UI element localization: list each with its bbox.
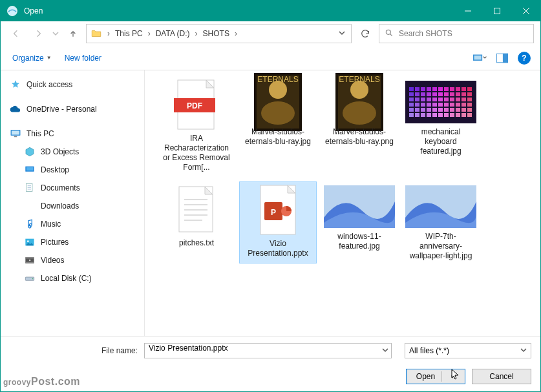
sidebar-label: Videos xyxy=(41,256,64,265)
file-name: Vizio Presentation.pptx xyxy=(242,239,313,258)
svg-rect-77 xyxy=(427,103,431,107)
svg-rect-89 xyxy=(432,108,437,112)
file-item[interactable]: PVizio Presentation.pptx xyxy=(239,181,317,263)
new-folder-button[interactable]: New folder xyxy=(61,51,105,65)
search-icon xyxy=(385,28,394,39)
desktop-icon xyxy=(24,164,36,176)
svg-rect-50 xyxy=(461,87,466,91)
svg-rect-91 xyxy=(444,108,449,112)
svg-rect-86 xyxy=(415,108,419,112)
sidebar-item-downloads[interactable]: Downloads xyxy=(1,197,144,215)
file-item[interactable]: pitches.txt xyxy=(158,181,235,263)
breadcrumb-dropdown[interactable] xyxy=(335,29,348,38)
file-name: pitches.txt xyxy=(179,238,214,248)
recent-locations-button[interactable] xyxy=(51,25,60,43)
refresh-button[interactable] xyxy=(355,25,375,43)
sidebar-item-quick-access[interactable]: Quick access xyxy=(1,76,144,94)
svg-rect-75 xyxy=(415,103,419,107)
chevron-down-icon xyxy=(520,346,527,355)
file-item[interactable]: windows-11-featured.jpg xyxy=(321,181,398,263)
svg-text:ETERNALS: ETERNALS xyxy=(339,75,379,84)
file-item[interactable]: ETERNALSMarvel-studios-eternals-blu-ray.… xyxy=(239,77,317,175)
sidebar-item-documents[interactable]: Documents xyxy=(1,179,144,197)
search-input[interactable] xyxy=(399,29,528,38)
file-item[interactable]: WIP-7th-anniversary-wallpaper-light.jpg xyxy=(402,181,480,263)
svg-point-21 xyxy=(27,240,29,242)
svg-rect-79 xyxy=(438,103,443,107)
file-name: Marvel-studios-eternals-blu-ray.jpg xyxy=(242,127,314,147)
titlebar: Open xyxy=(1,1,540,21)
sidebar-item-desktop[interactable]: Desktop xyxy=(1,161,144,179)
svg-rect-46 xyxy=(438,87,443,91)
sidebar-item-local-disk-c[interactable]: Local Disk (C:) xyxy=(1,269,144,287)
svg-rect-106 xyxy=(467,113,472,117)
filename-value: Vizio Presentation.pptx xyxy=(149,344,228,353)
forward-button[interactable] xyxy=(29,25,47,43)
maximize-button[interactable] xyxy=(482,1,511,21)
sidebar-item-this-pc[interactable]: This PC xyxy=(1,125,144,143)
cancel-label: Cancel xyxy=(489,372,513,381)
up-button[interactable] xyxy=(64,25,82,43)
sidebar-item-music[interactable]: Music xyxy=(1,215,144,233)
svg-rect-103 xyxy=(450,113,454,117)
svg-rect-100 xyxy=(432,113,437,117)
svg-rect-99 xyxy=(427,113,431,117)
filter-value: All files (*.*) xyxy=(409,346,449,355)
breadcrumb-item[interactable]: DATA (D:) xyxy=(152,29,194,38)
svg-rect-72 xyxy=(461,98,466,101)
file-item[interactable]: PDFIRA Recharacterization or Excess Remo… xyxy=(158,77,235,175)
file-item[interactable]: ETERNALSMarvel-studios-eternals-blu-ray.… xyxy=(321,77,398,175)
file-item[interactable]: mechanical keyboard featured.jpg xyxy=(402,77,480,175)
cancel-button[interactable]: Cancel xyxy=(472,369,531,384)
svg-rect-60 xyxy=(456,92,460,96)
svg-rect-10 xyxy=(503,53,508,62)
close-button[interactable] xyxy=(511,1,540,21)
organize-button[interactable]: Organize ▼ xyxy=(8,51,56,65)
chevron-right-icon[interactable]: › xyxy=(106,29,111,38)
svg-rect-45 xyxy=(432,87,437,91)
svg-rect-80 xyxy=(444,103,449,107)
svg-rect-102 xyxy=(444,113,449,117)
svg-rect-68 xyxy=(438,98,443,101)
svg-rect-96 xyxy=(409,113,414,117)
navigation-pane[interactable]: Quick access OneDrive - Personal This PC… xyxy=(1,70,144,336)
sidebar-label: Quick access xyxy=(27,80,72,89)
sidebar-label: Local Disk (C:) xyxy=(41,274,92,283)
sidebar-item-videos[interactable]: Videos xyxy=(1,251,144,269)
svg-rect-54 xyxy=(421,92,425,96)
svg-rect-78 xyxy=(432,103,437,107)
breadcrumb-item[interactable]: This PC xyxy=(111,29,147,38)
svg-rect-94 xyxy=(461,108,466,112)
svg-rect-2 xyxy=(494,8,500,14)
breadcrumb[interactable]: › This PC › DATA (D:) › SHOTS › xyxy=(86,24,352,43)
star-icon xyxy=(10,79,21,90)
search-box[interactable] xyxy=(379,24,534,43)
minimize-button[interactable] xyxy=(453,1,482,21)
svg-rect-95 xyxy=(467,108,472,112)
svg-rect-15 xyxy=(27,167,34,170)
help-button[interactable]: ? xyxy=(516,50,533,67)
sidebar-item-3d-objects[interactable]: 3D Objects xyxy=(1,143,144,161)
svg-rect-56 xyxy=(432,92,437,96)
file-list[interactable]: PDFIRA Recharacterization or Excess Remo… xyxy=(144,70,540,336)
view-button[interactable] xyxy=(472,50,489,67)
chevron-down-icon[interactable] xyxy=(382,346,388,355)
filename-combobox[interactable]: Vizio Presentation.pptx xyxy=(144,343,392,358)
svg-rect-101 xyxy=(438,113,443,117)
chevron-right-icon[interactable]: › xyxy=(147,29,152,38)
breadcrumb-item[interactable]: SHOTS xyxy=(199,29,233,38)
back-button[interactable] xyxy=(7,25,25,43)
sidebar-item-pictures[interactable]: Pictures xyxy=(1,233,144,251)
svg-rect-66 xyxy=(427,98,431,101)
svg-point-33 xyxy=(261,101,295,125)
open-label: Open xyxy=(416,372,435,381)
sidebar-item-onedrive[interactable]: OneDrive - Personal xyxy=(1,100,144,118)
chevron-right-icon[interactable]: › xyxy=(233,29,239,38)
sidebar-label: Desktop xyxy=(41,165,69,174)
svg-rect-104 xyxy=(456,113,460,117)
chevron-right-icon[interactable]: › xyxy=(194,29,199,38)
svg-text:P: P xyxy=(271,208,276,217)
preview-pane-button[interactable] xyxy=(494,50,511,67)
svg-rect-42 xyxy=(415,87,419,91)
file-type-filter[interactable]: All files (*.*) xyxy=(405,343,531,358)
